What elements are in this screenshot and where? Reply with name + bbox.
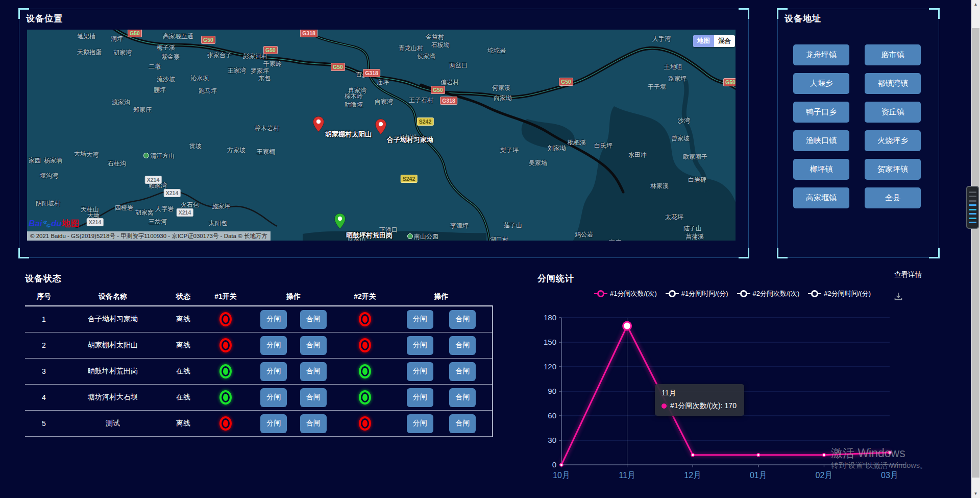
legend-item[interactable]: #2分闸次数/(次) <box>737 289 800 298</box>
baidu-logo: Bai🐾du地图 <box>29 218 80 229</box>
open-switch-button[interactable]: 分闸 <box>260 336 287 355</box>
address-button[interactable]: 龙舟坪镇 <box>793 44 849 65</box>
map-place-label: 施家坪 <box>212 202 230 211</box>
cell-actions1: 分闸合闸 <box>248 388 339 407</box>
address-button[interactable]: 榔坪镇 <box>793 159 849 180</box>
open-switch-button[interactable]: 分闸 <box>260 388 287 407</box>
scrollbar-down-arrow-icon[interactable]: ▼ <box>971 489 980 498</box>
view-details-link[interactable]: 查看详情 <box>894 270 922 279</box>
open-switch-button[interactable]: 分闸 <box>260 310 287 329</box>
map-place-label: 渡家沟 <box>112 98 130 107</box>
map-place-label: 天鹅抱蛋 <box>77 48 102 57</box>
open-switch-button[interactable]: 分闸 <box>407 336 433 355</box>
baidu-paw-icon: 🐾 <box>42 220 51 228</box>
close-switch-button[interactable]: 合闸 <box>449 310 476 329</box>
map-pin-icon[interactable] <box>334 213 346 229</box>
scrollbar-thumb[interactable] <box>972 28 979 478</box>
open-switch-button[interactable]: 分闸 <box>407 388 433 407</box>
vertical-scrollbar[interactable]: ▲ ▼ <box>971 0 980 498</box>
close-switch-button[interactable]: 合闸 <box>300 362 327 381</box>
cell-actions1: 分闸合闸 <box>248 414 339 433</box>
map-attribution: © 2021 Baidu - GS(2019)5218号 - 甲测资字11009… <box>27 231 271 241</box>
address-button[interactable]: 渔峡口镇 <box>793 130 849 151</box>
open-switch-button[interactable]: 分闸 <box>260 414 287 433</box>
address-button[interactable]: 高家堰镇 <box>793 187 849 208</box>
map-place-label: 林家溪 <box>650 182 669 191</box>
cell-switch2 <box>339 338 390 352</box>
address-button[interactable]: 资丘镇 <box>865 102 921 123</box>
map-place-label: 大垴 <box>74 150 86 158</box>
map-place-label: 何家溪 <box>492 84 510 92</box>
table-header-cell: 序号 <box>25 292 63 301</box>
table-row: 5测试离线分闸合闸分闸合闸 <box>25 411 493 437</box>
cell-actions1: 分闸合闸 <box>248 310 339 329</box>
map-place-label: 阴阳坡村 <box>36 199 60 208</box>
baidu-map[interactable]: 笔架槽洞坪天鹅抱蛋胡家湾高家堰互通梅子溪紫金寨二墩流沙坡沁水坝腰坪跑马坪渡家沟郑… <box>27 30 736 241</box>
map-place-label: 跑马坪 <box>199 87 217 96</box>
map-place-label: 人字岩 <box>155 205 174 214</box>
map-place-label: 太花坪 <box>665 213 683 222</box>
open-switch-button[interactable]: 分闸 <box>407 414 433 433</box>
close-switch-button[interactable]: 合闸 <box>300 388 327 407</box>
scrollbar-up-arrow-icon[interactable]: ▲ <box>971 0 980 9</box>
map-pin-icon[interactable] <box>312 116 325 132</box>
close-switch-button[interactable]: 合闸 <box>449 388 476 407</box>
cell-actions2: 分闸合闸 <box>390 388 492 407</box>
map-place-label: 陆子山 <box>683 224 702 233</box>
close-switch-button[interactable]: 合闸 <box>449 336 476 355</box>
svg-text:0: 0 <box>552 460 556 469</box>
cell-device-name: 塘坊河村大石坝 <box>63 393 163 402</box>
dashboard-page: 设备位置 笔架槽洞坪天鹅抱蛋胡家湾高家堰互通梅子溪紫金寨二墩流沙坡沁水坝腰坪跑马… <box>0 0 980 498</box>
address-button[interactable]: 鸭子口乡 <box>793 102 849 123</box>
open-switch-button[interactable]: 分闸 <box>407 310 433 329</box>
switch-status-lamp-red <box>219 338 232 352</box>
svg-text:150: 150 <box>544 338 556 346</box>
address-button[interactable]: 磨市镇 <box>865 44 921 65</box>
address-button[interactable]: 全县 <box>865 187 921 208</box>
svg-text:30: 30 <box>548 436 556 444</box>
chart-panel-title: 分闸统计 <box>537 273 574 284</box>
cell-status: 离线 <box>163 419 204 428</box>
map-type-option[interactable]: 混合 <box>714 35 735 47</box>
road-badge: G50 <box>723 78 736 86</box>
table-header-cell: #1开关 <box>204 292 248 301</box>
map-type-control[interactable]: 地图混合 <box>693 35 735 47</box>
map-place-label: 白氏坪 <box>594 141 612 150</box>
address-button[interactable]: 大堰乡 <box>793 73 849 94</box>
map-marker-label: 胡家棚村太阳山 <box>325 130 372 139</box>
address-button[interactable]: 都镇湾镇 <box>865 73 921 94</box>
road-badge: X214 <box>164 189 181 197</box>
map-panel-title: 设备位置 <box>26 13 63 25</box>
map-type-option[interactable]: 地图 <box>693 35 714 47</box>
road-badge: X214 <box>177 208 193 217</box>
cell-actions2: 分闸合闸 <box>390 414 492 433</box>
corner-decoration <box>18 248 29 258</box>
legend-label: #2分闸时间/(分) <box>824 289 871 298</box>
download-icon[interactable] <box>893 291 903 301</box>
close-switch-button[interactable]: 合闸 <box>300 336 327 355</box>
close-switch-button[interactable]: 合闸 <box>449 362 476 381</box>
address-button[interactable]: 贺家坪镇 <box>865 159 921 180</box>
address-button[interactable]: 火烧坪乡 <box>865 130 921 151</box>
close-switch-button[interactable]: 合闸 <box>449 414 476 433</box>
legend-item[interactable]: #1分闸次数/(次) <box>594 289 657 298</box>
map-place-label: 庙坪 <box>377 78 389 87</box>
cell-index: 2 <box>25 341 63 349</box>
map-place-label: 菖蒲溪 <box>685 232 704 241</box>
map-place-label: 官庄 <box>609 239 621 241</box>
legend-item[interactable]: #2分闸时间/(分) <box>808 289 871 298</box>
map-marker-label: 合子坳村习家坳 <box>387 135 433 145</box>
address-button-grid: 龙舟坪镇磨市镇大堰乡都镇湾镇鸭子口乡资丘镇渔峡口镇火烧坪乡榔坪镇贺家坪镇高家堰镇… <box>793 44 921 208</box>
table-header-cell: 设备名称 <box>63 292 163 301</box>
legend-item[interactable]: #1分闸时间/(分) <box>666 289 728 298</box>
svg-text:180: 180 <box>544 313 556 322</box>
close-switch-button[interactable]: 合闸 <box>300 310 327 329</box>
open-switch-button[interactable]: 分闸 <box>407 362 433 381</box>
table-header-cell: 状态 <box>163 292 204 301</box>
map-pin-icon[interactable] <box>375 118 387 135</box>
road-badge: X214 <box>145 176 162 184</box>
close-switch-button[interactable]: 合闸 <box>300 414 327 433</box>
scroll-minimap-widget[interactable] <box>966 186 979 229</box>
open-switch-button[interactable]: 分闸 <box>260 362 287 381</box>
table-right-divider <box>492 305 493 437</box>
